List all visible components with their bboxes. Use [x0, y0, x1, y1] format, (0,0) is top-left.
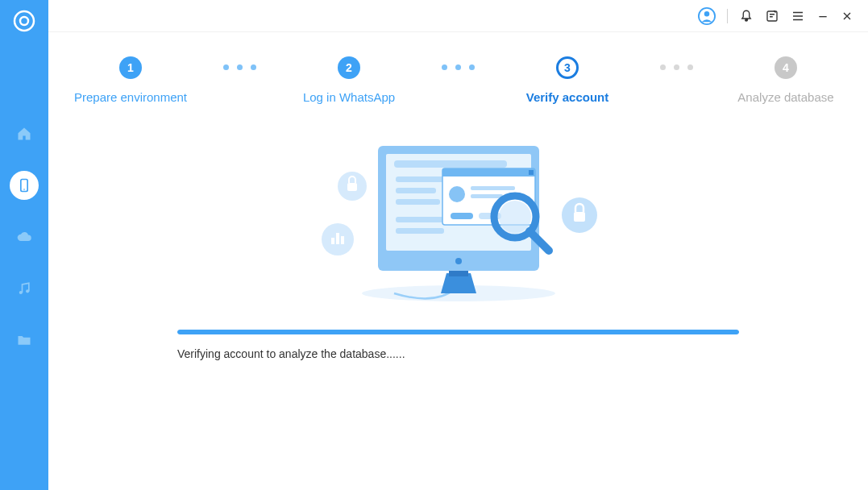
svg-rect-21	[442, 168, 535, 176]
step-label: Analyze database	[737, 90, 833, 104]
step-3: 3 Verify account	[499, 56, 636, 104]
verify-illustration	[48, 136, 868, 314]
step-dots	[223, 64, 256, 70]
app-logo	[13, 10, 35, 32]
progress-area: Verifying account to analyze the databas…	[48, 314, 868, 360]
svg-rect-25	[471, 194, 503, 198]
svg-rect-36	[341, 236, 344, 244]
main-area: 1 Prepare environment 2 Log in WhatsApp …	[48, 0, 868, 490]
status-text: Verifying account to analyze the databas…	[177, 347, 739, 360]
nav-device[interactable]	[10, 171, 39, 200]
svg-rect-19	[396, 228, 444, 234]
step-indicator: 1 Prepare environment 2 Log in WhatsApp …	[48, 32, 868, 104]
step-dots	[442, 64, 475, 70]
svg-point-23	[449, 186, 465, 202]
minimize-icon	[816, 10, 829, 23]
step-4: 4 Analyze database	[717, 56, 854, 104]
step-label: Log in WhatsApp	[303, 90, 395, 104]
step-label: Prepare environment	[74, 90, 187, 104]
svg-rect-38	[574, 212, 585, 222]
step-label: Verify account	[526, 90, 609, 104]
svg-rect-24	[471, 186, 515, 190]
step-badge: 3	[556, 56, 579, 79]
step-badge: 1	[119, 56, 142, 79]
nav-music[interactable]	[10, 274, 39, 303]
svg-rect-17	[396, 199, 440, 205]
svg-rect-26	[451, 213, 473, 219]
svg-rect-32	[347, 183, 357, 191]
step-2: 2 Log in WhatsApp	[280, 56, 417, 104]
svg-point-4	[19, 291, 23, 294]
svg-point-0	[15, 11, 34, 31]
topbar	[48, 0, 868, 32]
svg-rect-34	[331, 238, 334, 244]
svg-rect-15	[396, 176, 444, 182]
device-icon	[16, 177, 32, 193]
step-badge: 4	[775, 56, 797, 79]
svg-point-1	[20, 17, 28, 25]
step-badge: 2	[338, 56, 360, 79]
close-button[interactable]	[841, 10, 853, 23]
step-1: 1 Prepare environment	[62, 56, 199, 104]
svg-point-13	[455, 258, 462, 264]
feedback-button[interactable]	[765, 9, 779, 23]
divider	[727, 9, 728, 23]
svg-point-29	[499, 201, 531, 233]
minimize-button[interactable]	[816, 10, 829, 23]
svg-point-3	[23, 189, 25, 190]
svg-point-7	[704, 11, 709, 16]
nav-home[interactable]	[10, 119, 39, 148]
nav-cloud[interactable]	[10, 222, 39, 251]
notification-button[interactable]	[739, 9, 754, 23]
cloud-icon	[16, 229, 32, 245]
menu-icon	[791, 9, 805, 23]
svg-rect-22	[529, 170, 534, 175]
home-icon	[16, 126, 32, 142]
progress-fill	[177, 330, 739, 334]
menu-button[interactable]	[791, 9, 805, 23]
close-icon	[841, 10, 853, 23]
progress-bar	[177, 330, 739, 334]
svg-rect-8	[767, 11, 777, 21]
folder-icon	[16, 332, 32, 348]
account-button[interactable]	[698, 7, 716, 25]
sidebar	[0, 0, 48, 490]
svg-rect-35	[336, 233, 339, 244]
step-dots	[660, 64, 693, 70]
nav-folder[interactable]	[10, 326, 39, 355]
note-icon	[765, 9, 779, 23]
music-icon	[16, 280, 32, 297]
svg-rect-16	[396, 188, 436, 193]
bell-icon	[739, 9, 754, 23]
svg-point-5	[26, 289, 29, 293]
svg-rect-14	[394, 160, 507, 168]
user-icon	[698, 7, 716, 25]
